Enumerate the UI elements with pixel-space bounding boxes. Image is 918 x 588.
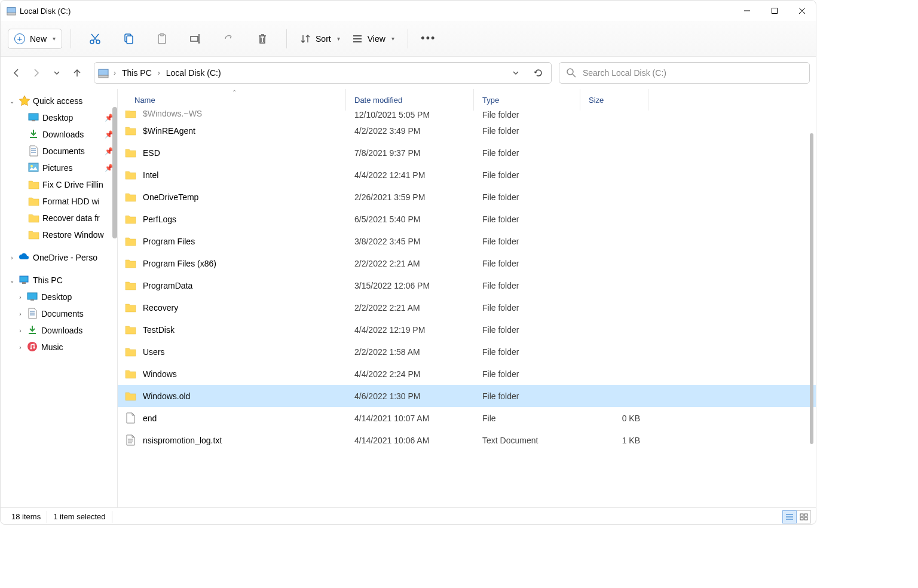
file-name: ProgramData: [143, 281, 192, 290]
close-button[interactable]: [788, 1, 816, 21]
details-view-button[interactable]: [782, 510, 797, 523]
file-icon: [125, 412, 137, 424]
file-date: 4/14/2021 10:06 AM: [346, 436, 474, 445]
sidebar-onedrive[interactable]: › OneDrive - Perso: [1, 249, 117, 266]
maximize-button[interactable]: [761, 1, 788, 21]
file-row[interactable]: Windows.old 4/6/2022 1:30 PM File folder: [118, 385, 816, 407]
sidebar-item[interactable]: › Desktop 📌: [1, 109, 117, 126]
file-row[interactable]: ProgramData 3/15/2022 12:06 PM File fold…: [118, 274, 816, 296]
folder-icon: [125, 280, 137, 292]
file-row[interactable]: Windows 4/4/2022 2:24 PM File folder: [118, 363, 816, 385]
file-row[interactable]: PerfLogs 6/5/2021 5:40 PM File folder: [118, 208, 816, 230]
folder-icon: [125, 390, 137, 402]
rename-button[interactable]: [180, 26, 211, 52]
folder-icon: [125, 302, 137, 314]
file-row[interactable]: nsispromotion_log.txt 4/14/2021 10:06 AM…: [118, 429, 816, 451]
sidebar-item[interactable]: › Downloads 📌: [1, 126, 117, 143]
new-button[interactable]: + New ▾: [8, 29, 62, 49]
refresh-button[interactable]: [530, 64, 547, 82]
sidebar-item-label: Recover data fr: [42, 213, 100, 223]
pic-icon: [28, 162, 40, 174]
search-box[interactable]: [559, 62, 810, 84]
cut-button[interactable]: [79, 26, 111, 52]
file-row[interactable]: Intel 4/4/2022 12:41 PM File folder: [118, 164, 816, 186]
file-row[interactable]: ESD 7/8/2021 9:37 PM File folder: [118, 142, 816, 164]
file-row[interactable]: $Windows.~WS 12/10/2021 5:05 PM File fol…: [118, 111, 816, 120]
sort-button[interactable]: Sort ▾: [295, 26, 345, 52]
file-date: 4/4/2022 2:24 PM: [346, 369, 474, 379]
chevron-right-icon: ›: [16, 311, 25, 317]
file-name: OneDriveTemp: [143, 192, 198, 202]
file-scrollbar[interactable]: [810, 133, 813, 444]
breadcrumb-item[interactable]: Local Disk (C:): [163, 66, 225, 80]
sidebar-item-label: Downloads: [41, 326, 82, 335]
chevron-down-icon: ▾: [53, 35, 56, 42]
sidebar-this-pc[interactable]: ⌄ This PC: [1, 272, 117, 289]
sidebar-scrollbar[interactable]: [112, 107, 117, 238]
sidebar-item[interactable]: › Documents: [1, 305, 117, 322]
selection-count: 1 item selected: [47, 511, 112, 523]
file-row[interactable]: TestDisk 4/4/2022 12:19 PM File folder: [118, 318, 816, 341]
folder-icon: [125, 213, 137, 225]
file-row[interactable]: OneDriveTemp 2/26/2021 3:59 PM File fold…: [118, 186, 816, 208]
sidebar-item-label: Fix C Drive Fillin: [42, 180, 103, 189]
file-type: File folder: [474, 237, 580, 246]
header-date[interactable]: Date modified: [346, 89, 474, 111]
file-pane: Name ⌃ Date modified Type Size $Windows.…: [118, 89, 816, 507]
file-type: File folder: [474, 259, 580, 268]
file-name: Intel: [143, 170, 158, 180]
file-row[interactable]: $WinREAgent 4/2/2022 3:49 PM File folder: [118, 120, 816, 142]
sidebar-item[interactable]: › Music: [1, 339, 117, 356]
breadcrumb-item[interactable]: This PC: [118, 66, 155, 80]
icons-view-button[interactable]: [797, 510, 811, 523]
file-type: File folder: [474, 369, 580, 379]
forward-button[interactable]: [27, 63, 46, 82]
window-title: Local Disk (C:): [20, 7, 71, 16]
file-row[interactable]: end 4/14/2021 10:07 AM File 0 KB: [118, 407, 816, 429]
separator: [71, 29, 71, 48]
header-size[interactable]: Size: [580, 89, 648, 111]
back-button[interactable]: [7, 63, 26, 82]
file-row[interactable]: Recovery 2/2/2022 2:21 AM File folder: [118, 296, 816, 318]
sidebar-item[interactable]: › Format HDD wi: [1, 193, 117, 210]
folder-icon: [125, 324, 137, 336]
sidebar-item[interactable]: › Restore Window: [1, 226, 117, 243]
sidebar-item[interactable]: › Documents 📌: [1, 143, 117, 160]
chevron-right-icon: ›: [16, 294, 25, 301]
sidebar-quick-access[interactable]: ⌄ Quick access: [1, 93, 117, 109]
file-date: 4/4/2022 12:41 PM: [346, 170, 474, 180]
navbar: › This PC › Local Disk (C:): [1, 57, 816, 89]
minimize-button[interactable]: [733, 1, 761, 21]
header-name[interactable]: Name ⌃: [118, 89, 346, 111]
paste-button[interactable]: [146, 26, 178, 52]
file-type: File folder: [474, 215, 580, 224]
address-bar[interactable]: › This PC › Local Disk (C:): [94, 62, 552, 84]
view-icon: [352, 33, 363, 44]
file-name: $WinREAgent: [143, 126, 195, 136]
share-button[interactable]: [213, 26, 244, 52]
view-button[interactable]: View ▾: [347, 26, 399, 52]
sidebar-item[interactable]: › Recover data fr: [1, 210, 117, 226]
search-input[interactable]: [583, 68, 802, 78]
delete-button[interactable]: [247, 26, 278, 52]
sidebar-item[interactable]: › Fix C Drive Fillin: [1, 176, 117, 193]
more-button[interactable]: •••: [417, 26, 440, 52]
recent-button[interactable]: [47, 63, 66, 82]
file-type: File folder: [474, 111, 580, 120]
copy-button[interactable]: [113, 26, 144, 52]
sidebar-item[interactable]: › Desktop: [1, 289, 117, 305]
up-button[interactable]: [68, 63, 87, 82]
sidebar-item[interactable]: › Downloads: [1, 322, 117, 339]
file-row[interactable]: Program Files (x86) 2/2/2022 2:21 AM Fil…: [118, 252, 816, 274]
header-type[interactable]: Type: [474, 89, 580, 111]
file-row[interactable]: Users 2/2/2022 1:58 AM File folder: [118, 341, 816, 363]
desktop-icon: [28, 112, 40, 124]
sidebar-item[interactable]: › Pictures 📌: [1, 160, 117, 176]
address-dropdown[interactable]: [507, 64, 525, 82]
file-list: $Windows.~WS 12/10/2021 5:05 PM File fol…: [118, 111, 816, 507]
desktop-icon: [27, 291, 39, 303]
file-date: 3/8/2022 3:45 PM: [346, 237, 474, 246]
file-name: nsispromotion_log.txt: [143, 436, 222, 445]
body: ⌄ Quick access › Desktop 📌 › Downloads 📌…: [1, 89, 816, 507]
file-row[interactable]: Program Files 3/8/2022 3:45 PM File fold…: [118, 230, 816, 252]
